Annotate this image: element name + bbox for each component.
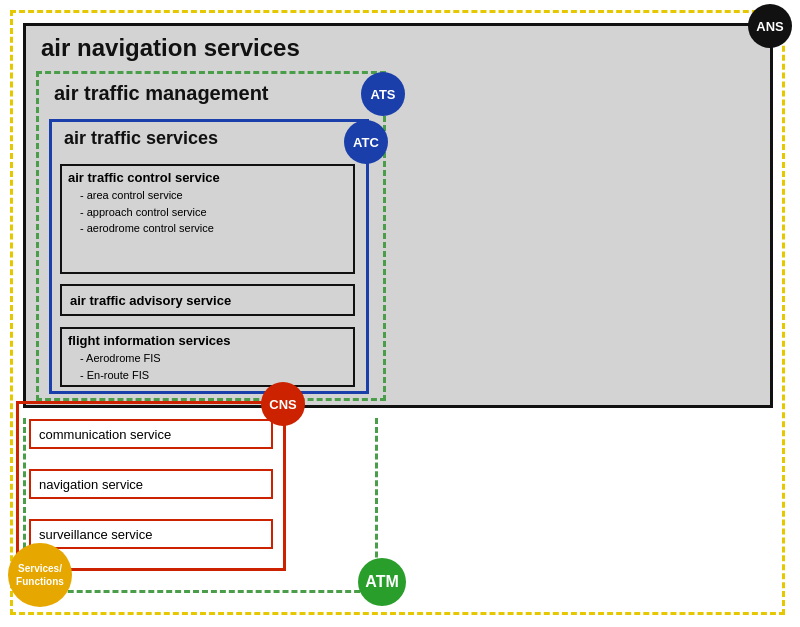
atm-title: air traffic management — [54, 82, 269, 105]
atc-badge: ATC — [344, 120, 388, 164]
advisory-box: air traffic advisory service — [60, 284, 355, 316]
atc-items: - area control service - approach contro… — [62, 187, 353, 237]
advisory-label: air traffic advisory service — [70, 293, 231, 308]
fis-items: - Aerodrome FIS - En-route FIS — [62, 350, 353, 383]
atm-dashed-extension — [23, 418, 378, 593]
fis-item-2: - En-route FIS — [80, 367, 353, 384]
ans-badge: ANS — [748, 4, 792, 48]
fis-title: flight information services — [62, 329, 353, 350]
ats-box: ATC air traffic services air traffic con… — [49, 119, 369, 394]
atc-item-1: - area control service — [80, 187, 353, 204]
atm-dashed-box: ATS air traffic management ATC air traff… — [36, 71, 386, 401]
cns-badge: CNS — [261, 382, 305, 426]
atc-item-3: - aerodrome control service — [80, 220, 353, 237]
atm-badge: ATM — [358, 558, 406, 606]
atc-title: air traffic control service — [62, 166, 353, 187]
fis-item-1: - Aerodrome FIS — [80, 350, 353, 367]
ans-box: ANS air navigation services ATS air traf… — [23, 23, 773, 408]
outer-container: Services/ Functions ANS air navigation s… — [10, 10, 785, 615]
ans-title: air navigation services — [41, 34, 300, 62]
services-functions-badge: Services/ Functions — [8, 543, 72, 607]
fis-box: flight information services - Aerodrome … — [60, 327, 355, 387]
ats-title: air traffic services — [64, 128, 218, 149]
atc-box: air traffic control service - area contr… — [60, 164, 355, 274]
ats-badge: ATS — [361, 72, 405, 116]
atc-item-2: - approach control service — [80, 204, 353, 221]
